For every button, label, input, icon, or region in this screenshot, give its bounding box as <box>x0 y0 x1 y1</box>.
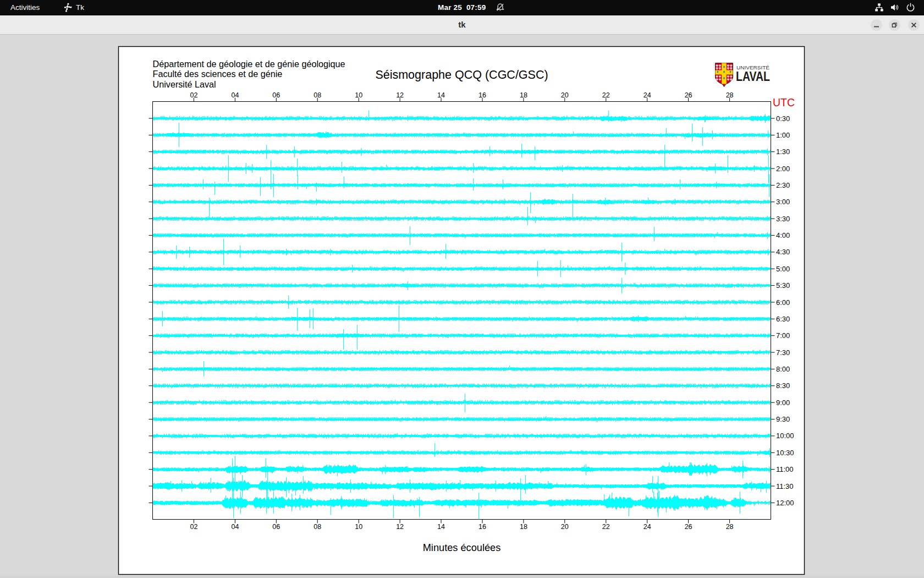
svg-text:2:30: 2:30 <box>776 181 790 189</box>
svg-text:12: 12 <box>396 523 404 531</box>
svg-text:4:00: 4:00 <box>776 231 790 239</box>
svg-text:04: 04 <box>231 523 239 531</box>
svg-text:9:00: 9:00 <box>776 399 790 407</box>
svg-text:6:30: 6:30 <box>776 315 790 323</box>
svg-text:8:30: 8:30 <box>776 381 790 390</box>
svg-text:28: 28 <box>726 523 734 531</box>
svg-text:LAVAL: LAVAL <box>736 69 770 84</box>
svg-text:3:00: 3:00 <box>776 198 790 206</box>
svg-text:7:30: 7:30 <box>776 348 790 357</box>
svg-text:5:00: 5:00 <box>776 265 790 273</box>
svg-text:02: 02 <box>190 523 197 531</box>
svg-text:18: 18 <box>520 523 527 531</box>
svg-text:14: 14 <box>437 523 445 531</box>
svg-text:28: 28 <box>726 91 734 99</box>
svg-text:12:00: 12:00 <box>776 499 794 507</box>
svg-text:Séismographe QCQ (CGC/GSC): Séismographe QCQ (CGC/GSC) <box>375 68 548 81</box>
svg-text:12: 12 <box>396 91 404 99</box>
svg-text:10:30: 10:30 <box>776 449 794 457</box>
svg-text:02: 02 <box>190 91 197 99</box>
svg-text:Département de géologie et de: Département de géologie et de génie géol… <box>153 59 345 69</box>
svg-text:26: 26 <box>685 91 692 99</box>
svg-text:26: 26 <box>685 523 692 531</box>
svg-text:Minutes écoulées: Minutes écoulées <box>423 542 501 553</box>
svg-text:4:30: 4:30 <box>776 248 790 256</box>
svg-text:11:30: 11:30 <box>776 482 794 490</box>
svg-text:5:30: 5:30 <box>776 281 790 290</box>
svg-text:14: 14 <box>437 91 445 99</box>
svg-text:Faculté des sciences et de gén: Faculté des sciences et de génie <box>153 69 283 79</box>
svg-text:22: 22 <box>602 523 610 531</box>
svg-text:7:00: 7:00 <box>776 331 790 340</box>
svg-text:9:30: 9:30 <box>776 415 790 423</box>
svg-text:3:30: 3:30 <box>776 215 790 223</box>
svg-text:16: 16 <box>479 91 486 99</box>
svg-text:16: 16 <box>479 523 486 531</box>
svg-text:1:30: 1:30 <box>776 148 790 156</box>
svg-text:04: 04 <box>231 91 239 99</box>
svg-text:10: 10 <box>355 523 362 531</box>
svg-text:Université Laval: Université Laval <box>153 79 216 89</box>
svg-text:6:00: 6:00 <box>776 298 790 307</box>
svg-text:20: 20 <box>561 523 569 531</box>
svg-text:UTC: UTC <box>773 96 795 108</box>
svg-text:18: 18 <box>520 91 527 99</box>
svg-text:1:00: 1:00 <box>776 131 790 139</box>
svg-text:2:00: 2:00 <box>776 165 790 173</box>
svg-text:08: 08 <box>314 91 321 99</box>
svg-text:11:00: 11:00 <box>776 465 794 473</box>
svg-text:24: 24 <box>644 523 651 531</box>
svg-text:8:00: 8:00 <box>776 365 790 373</box>
svg-text:22: 22 <box>602 91 610 99</box>
svg-text:08: 08 <box>314 523 321 531</box>
svg-text:06: 06 <box>272 523 280 531</box>
svg-text:10:00: 10:00 <box>776 432 794 440</box>
svg-text:10: 10 <box>355 91 362 99</box>
svg-text:24: 24 <box>644 91 651 99</box>
svg-text:20: 20 <box>561 91 569 99</box>
svg-text:06: 06 <box>272 91 280 99</box>
svg-text:0:30: 0:30 <box>776 114 790 123</box>
